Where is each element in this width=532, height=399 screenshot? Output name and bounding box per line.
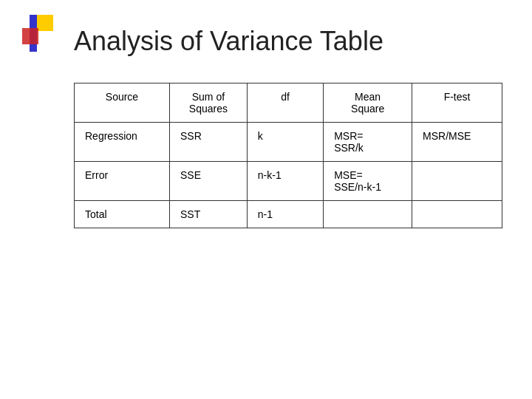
table-row: Total SST n-1 (75, 201, 502, 228)
table-row: Error SSE n-k-1 MSE=SSE/n-k-1 (75, 162, 502, 201)
header-mean-square: MeanSquare (324, 83, 412, 123)
page-title: Analysis of Variance Table (74, 26, 502, 57)
cell-error-mse: MSE=SSE/n-k-1 (324, 162, 412, 201)
header-source: Source (75, 83, 170, 123)
cell-regression-ssr: SSR (169, 123, 247, 162)
red-square-icon (22, 28, 38, 44)
cell-total-source: Total (75, 201, 170, 228)
cell-regression-df: k (247, 123, 323, 162)
cell-error-sse: SSE (169, 162, 247, 201)
header-df: df (247, 83, 323, 123)
cell-total-mean (324, 201, 412, 228)
cell-regression-ftest: MSR/MSE (412, 123, 502, 162)
page-container: Analysis of Variance Table Source Sum of… (0, 0, 532, 399)
cell-regression-source: Regression (75, 123, 170, 162)
cell-total-df: n-1 (247, 201, 323, 228)
table-header-row: Source Sum ofSquares df MeanSquare F-tes… (75, 83, 502, 123)
cell-error-df: n-k-1 (247, 162, 323, 201)
anova-table: Source Sum ofSquares df MeanSquare F-tes… (74, 83, 502, 228)
cell-regression-msr: MSR=SSR/k (324, 123, 412, 162)
cell-error-source: Error (75, 162, 170, 201)
logo-decoration (22, 15, 59, 52)
header-f-test: F-test (412, 83, 502, 123)
cell-total-sst: SST (169, 201, 247, 228)
cell-error-ftest (412, 162, 502, 201)
header-sum-of-squares: Sum ofSquares (169, 83, 247, 123)
table-row: Regression SSR k MSR=SSR/k MSR/MSE (75, 123, 502, 162)
cell-total-ftest (412, 201, 502, 228)
yellow-square-icon (37, 15, 53, 31)
anova-table-container: Source Sum ofSquares df MeanSquare F-tes… (74, 83, 488, 228)
